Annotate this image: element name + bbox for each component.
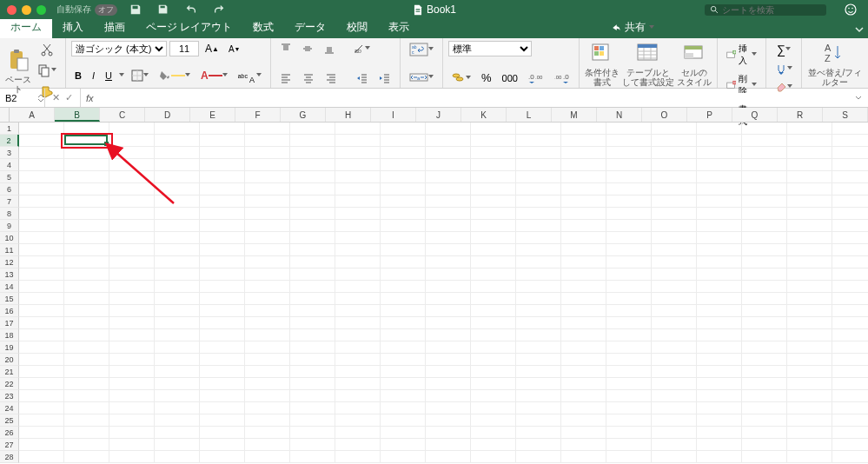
cell[interactable] xyxy=(471,256,516,268)
cell[interactable] xyxy=(290,402,335,414)
cell[interactable] xyxy=(697,123,742,135)
cell[interactable] xyxy=(200,402,245,414)
cell[interactable] xyxy=(335,402,381,414)
cell[interactable] xyxy=(787,220,832,232)
cell[interactable] xyxy=(64,366,109,378)
cell[interactable] xyxy=(426,159,471,171)
column-header[interactable]: S xyxy=(823,108,868,122)
cell[interactable] xyxy=(652,354,697,366)
cell[interactable] xyxy=(64,123,109,135)
cell[interactable] xyxy=(19,268,64,281)
tab-ホーム[interactable]: ホーム xyxy=(0,17,52,38)
cell[interactable] xyxy=(787,171,832,183)
cell[interactable] xyxy=(64,317,109,329)
row-header[interactable]: 15 xyxy=(0,293,19,305)
format-as-table-button[interactable] xyxy=(635,41,661,65)
cell[interactable] xyxy=(381,329,426,341)
cell[interactable] xyxy=(606,220,652,232)
cell[interactable] xyxy=(561,378,606,390)
font-name-select[interactable]: 游ゴシック (本文) xyxy=(71,41,167,56)
cell[interactable] xyxy=(832,427,868,439)
cell[interactable] xyxy=(832,451,868,463)
cell[interactable] xyxy=(381,305,426,317)
cell[interactable] xyxy=(19,414,64,427)
cell[interactable] xyxy=(381,268,426,281)
column-header[interactable]: B xyxy=(55,108,100,122)
cell[interactable] xyxy=(19,366,64,378)
align-bottom-button[interactable] xyxy=(320,41,339,56)
cell[interactable] xyxy=(381,281,426,293)
row-header[interactable]: 11 xyxy=(0,244,19,256)
cell[interactable] xyxy=(155,378,200,390)
cell[interactable] xyxy=(200,183,245,196)
cell[interactable] xyxy=(426,183,471,196)
cell[interactable] xyxy=(561,414,606,427)
cell[interactable] xyxy=(64,232,109,244)
cell[interactable] xyxy=(109,329,155,341)
cell[interactable] xyxy=(742,196,787,208)
cell[interactable] xyxy=(19,159,64,171)
cell[interactable] xyxy=(787,451,832,463)
row-header[interactable]: 24 xyxy=(0,402,19,414)
autosum-button[interactable]: ∑ xyxy=(772,41,796,58)
cell[interactable] xyxy=(200,147,245,159)
cell[interactable] xyxy=(200,390,245,402)
row-header[interactable]: 17 xyxy=(0,317,19,329)
cell[interactable] xyxy=(516,451,561,463)
cell[interactable] xyxy=(335,147,381,159)
cell[interactable] xyxy=(155,220,200,232)
cell[interactable] xyxy=(245,402,290,414)
cell[interactable] xyxy=(787,147,832,159)
cell[interactable] xyxy=(381,135,426,147)
cell[interactable] xyxy=(109,123,155,135)
cell[interactable] xyxy=(155,159,200,171)
cell[interactable] xyxy=(290,366,335,378)
cell[interactable] xyxy=(742,341,787,354)
cell[interactable] xyxy=(245,439,290,451)
cell[interactable] xyxy=(335,378,381,390)
cell[interactable] xyxy=(155,341,200,354)
cell[interactable] xyxy=(335,135,381,147)
cell[interactable] xyxy=(19,135,64,147)
cell[interactable] xyxy=(290,196,335,208)
cell[interactable] xyxy=(697,451,742,463)
cell[interactable] xyxy=(471,135,516,147)
cell[interactable] xyxy=(652,329,697,341)
cell[interactable] xyxy=(471,390,516,402)
cell[interactable] xyxy=(516,281,561,293)
cell[interactable] xyxy=(742,378,787,390)
zoom-window-button[interactable] xyxy=(36,5,46,15)
cell[interactable] xyxy=(606,183,652,196)
cell[interactable] xyxy=(516,123,561,135)
tab-ページ レイアウト[interactable]: ページ レイアウト xyxy=(136,17,242,38)
cell[interactable] xyxy=(19,293,64,305)
cell[interactable] xyxy=(516,293,561,305)
cell[interactable] xyxy=(697,183,742,196)
cell[interactable] xyxy=(109,281,155,293)
cell[interactable] xyxy=(245,183,290,196)
cell[interactable] xyxy=(742,183,787,196)
row-header[interactable]: 14 xyxy=(0,281,19,293)
cell[interactable] xyxy=(561,208,606,220)
tab-表示[interactable]: 表示 xyxy=(378,17,420,38)
cell[interactable] xyxy=(290,378,335,390)
cell[interactable] xyxy=(381,439,426,451)
cell[interactable] xyxy=(652,208,697,220)
cell[interactable] xyxy=(426,427,471,439)
fx-label[interactable]: fx xyxy=(81,93,99,103)
cell[interactable] xyxy=(832,232,868,244)
row-header[interactable]: 12 xyxy=(0,256,19,268)
column-header[interactable]: I xyxy=(371,108,416,122)
cell[interactable] xyxy=(381,451,426,463)
cell[interactable] xyxy=(155,329,200,341)
cell[interactable] xyxy=(471,159,516,171)
cell[interactable] xyxy=(290,183,335,196)
cell[interactable] xyxy=(245,281,290,293)
cell[interactable] xyxy=(516,366,561,378)
cell[interactable] xyxy=(516,439,561,451)
cell[interactable] xyxy=(471,329,516,341)
cell[interactable] xyxy=(200,354,245,366)
cell[interactable] xyxy=(516,171,561,183)
cell[interactable] xyxy=(426,281,471,293)
cell[interactable] xyxy=(697,196,742,208)
